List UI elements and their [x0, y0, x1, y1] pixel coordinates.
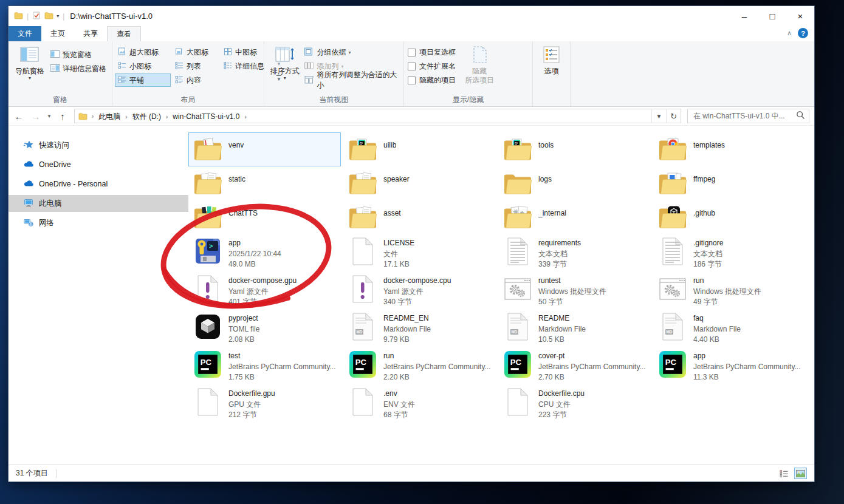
sidebar-item-快速访问[interactable]: 快速访问: [9, 137, 188, 154]
help-icon[interactable]: ?: [798, 28, 808, 38]
file-tile-_internal[interactable]: _internal: [498, 200, 651, 234]
ribbon-group-current-view: 排序方式 ▾ 分组依据 ▾ 添加列 ▾: [264, 41, 404, 106]
file-tile-.gitignore[interactable]: .gitignore 文本文档 186 字节: [653, 234, 806, 272]
file-tile-Dockerfile.gpu[interactable]: Dockerfile.gpu GPU 文件 212 字节: [188, 385, 341, 423]
file-tile-app[interactable]: PC app JetBrains PyCharm Community... 11…: [653, 347, 806, 385]
preview-pane-button[interactable]: 预览窗格: [50, 49, 106, 60]
tab-home[interactable]: 主页: [41, 26, 74, 41]
onedrive-cloud-icon: [24, 159, 33, 171]
size-all-columns-button[interactable]: 将所有列调整为合适的大小: [304, 75, 400, 86]
sort-by-button[interactable]: 排序方式 ▾: [268, 44, 301, 80]
file-tile-README[interactable]: MD README Markdown File 10.5 KB: [498, 310, 651, 347]
close-button[interactable]: ×: [786, 6, 814, 26]
forward-icon[interactable]: →: [28, 109, 44, 123]
markdown-icon: MD: [658, 312, 687, 341]
folder-icon[interactable]: [14, 12, 23, 21]
file-tile-asset[interactable]: asset: [343, 200, 496, 234]
file-tile-LICENSE[interactable]: LICENSE 文件 17.1 KB: [343, 234, 496, 272]
checkbox-icon[interactable]: [408, 77, 416, 84]
checkbox-icon[interactable]: [408, 49, 416, 56]
file-tile-run[interactable]: PC run JetBrains PyCharm Community... 2.…: [343, 347, 496, 385]
checkbox-row-2[interactable]: 文件扩展名: [408, 61, 456, 72]
file-tile-run[interactable]: run Windows 批处理文件 49 字节: [653, 272, 806, 310]
view-option-2[interactable]: 大图标: [172, 46, 219, 59]
maximize-button[interactable]: □: [758, 6, 786, 26]
view-option-4[interactable]: 小图标: [115, 60, 171, 73]
customize-toolbar-chevron-icon[interactable]: ▾: [57, 13, 59, 19]
file-tile-static[interactable]: static: [188, 166, 341, 200]
ribbon-group-panes: 导航窗格 ▾ 预览窗格 详细信息窗格 窗格: [9, 41, 112, 106]
sidebar-item-label: OneDrive - Personal: [39, 180, 108, 188]
file-tile-templates[interactable]: templates: [653, 132, 806, 166]
up-icon[interactable]: ↑: [55, 109, 70, 123]
navigation-pane-button[interactable]: 导航窗格 ▾: [12, 44, 47, 80]
checkbox-row-1[interactable]: 项目复选框: [408, 47, 456, 58]
sidebar-item-OneDrive[interactable]: OneDrive: [9, 156, 188, 173]
file-tile-docker-compose.gpu[interactable]: docker-compose.gpu Yaml 源文件 401 字节: [188, 272, 341, 310]
file-tile-Dockerfile.cpu[interactable]: Dockerfile.cpu CPU 文件 223 字节: [498, 385, 651, 423]
file-name: asset: [383, 208, 401, 219]
address-dropdown-chevron-icon[interactable]: ▼: [651, 109, 666, 123]
minimize-button[interactable]: –: [730, 6, 758, 26]
file-tile-faq[interactable]: MD faq Markdown File 4.40 KB: [653, 310, 806, 347]
file-tile-.env[interactable]: .env ENV 文件 68 字节: [343, 385, 496, 423]
view-option-7[interactable]: 平铺: [115, 73, 171, 87]
sidebar-item-此电脑[interactable]: 此电脑: [9, 195, 188, 212]
tab-file[interactable]: 文件: [9, 26, 41, 41]
view-option-1[interactable]: 超大图标: [115, 46, 171, 59]
file-tile-runtest[interactable]: runtest Windows 批处理文件 50 字节: [498, 272, 651, 310]
file-tile-ChatTTS[interactable]: ChatTTS: [188, 200, 341, 234]
search-input[interactable]: [693, 112, 796, 120]
file-name: app: [228, 237, 281, 248]
tab-share[interactable]: 共享: [74, 26, 107, 41]
back-icon[interactable]: ←: [11, 109, 27, 123]
recent-locations-chevron-icon[interactable]: ▼: [45, 109, 53, 123]
group-by-icon: [304, 47, 314, 58]
file-tile-tools[interactable]: PC tools: [498, 132, 651, 166]
breadcrumb-item[interactable]: 软件 (D:): [128, 112, 165, 121]
check-properties-icon[interactable]: [32, 12, 41, 21]
file-tile-ffmpeg[interactable]: ffmpeg: [653, 166, 806, 200]
file-tile-app[interactable]: > app 2025/1/22 10:44 49.0 MB: [188, 234, 341, 272]
file-tile-logs[interactable]: logs: [498, 166, 651, 200]
tab-view[interactable]: 查看: [107, 26, 141, 41]
file-tile-requirements[interactable]: requirements 文本文档 339 字节: [498, 234, 651, 272]
address-bar[interactable]: › 此电脑›软件 (D:)›win-ChatTTS-ui-v1.0› ▼ ↻: [74, 109, 681, 123]
search-box[interactable]: [687, 109, 809, 123]
file-size: 4.40 KB: [693, 334, 741, 345]
collapse-ribbon-chevron-icon[interactable]: ∧: [787, 29, 792, 37]
file-name: static: [228, 174, 245, 185]
options-icon: [541, 46, 562, 66]
file-tile-test[interactable]: PC test JetBrains PyCharm Community... 1…: [188, 347, 341, 385]
file-tile-pyproject[interactable]: pyproject TOML file 2.08 KB: [188, 310, 341, 347]
folder-chrome-icon: [658, 135, 687, 164]
file-tile-speaker[interactable]: speaker: [343, 166, 496, 200]
file-name: uilib: [383, 140, 396, 151]
search-icon[interactable]: [796, 111, 805, 122]
options-button[interactable]: 选项: [537, 44, 566, 75]
refresh-icon[interactable]: ↻: [666, 109, 681, 123]
file-tile-venv[interactable]: venv: [188, 132, 341, 166]
breadcrumb-item[interactable]: win-ChatTTS-ui-v1.0: [168, 112, 244, 121]
file-name: Dockerfile.gpu: [228, 388, 275, 399]
new-folder-icon[interactable]: [44, 12, 53, 21]
sidebar-item-网络[interactable]: 网络: [9, 214, 188, 231]
file-tile-docker-compose.cpu[interactable]: docker-compose.cpu Yaml 源文件 340 字节: [343, 272, 496, 310]
sidebar-item-OneDrive---Personal[interactable]: OneDrive - Personal: [9, 175, 188, 192]
checkbox-icon[interactable]: [408, 63, 416, 70]
list-view-icon[interactable]: [778, 468, 791, 479]
checkbox-row-3[interactable]: 隐藏的项目: [408, 75, 456, 86]
ribbon-group-layout: 超大图标大图标中图标小图标列表详细信息平铺内容 ▲ ▼ ▼ 布局: [112, 41, 264, 106]
file-tile-uilib[interactable]: PC uilib: [343, 132, 496, 166]
file-tile-.github[interactable]: .github: [653, 200, 806, 234]
file-tile-cover-pt[interactable]: PC cover-pt JetBrains PyCharm Community.…: [498, 347, 651, 385]
folder-gears-icon: [503, 203, 532, 232]
thumbnail-view-icon[interactable]: [794, 468, 807, 479]
breadcrumb-item[interactable]: 此电脑: [94, 112, 125, 121]
hide-selected-items-button[interactable]: 隐藏 所选项目: [461, 44, 498, 84]
details-pane-button[interactable]: 详细信息窗格: [50, 63, 106, 74]
view-option-5[interactable]: 列表: [172, 60, 219, 73]
group-by-button[interactable]: 分组依据 ▾: [304, 47, 400, 58]
view-option-8[interactable]: 内容: [172, 73, 219, 87]
file-tile-README_EN[interactable]: MD README_EN Markdown File 9.79 KB: [343, 310, 496, 347]
